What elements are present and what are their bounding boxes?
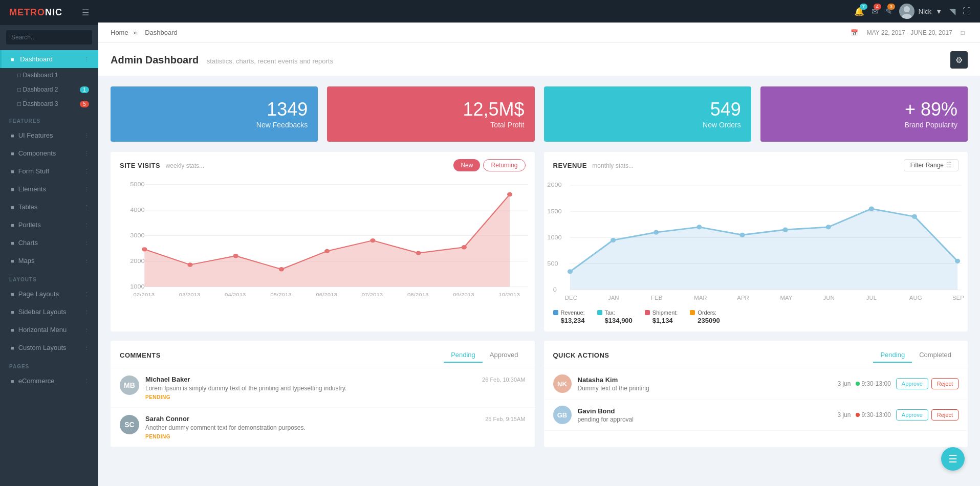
portlets-icon: ■ xyxy=(11,222,14,228)
revenue-subtitle: monthly stats... xyxy=(592,162,634,169)
sub-item-icon: □ xyxy=(17,72,21,79)
action-item-1: GB Gavin Bond pending for approval 3 jun… xyxy=(544,400,968,431)
breadcrumb-home[interactable]: Home xyxy=(111,29,128,36)
settings-button[interactable]: ⚙ xyxy=(950,51,968,69)
svg-point-19 xyxy=(416,251,421,255)
action-content-0: Natasha Kim Dummy text of the printing xyxy=(578,376,832,392)
svg-text:MAR: MAR xyxy=(694,295,707,300)
calendar-toggle-icon[interactable]: □ xyxy=(961,29,965,36)
comment-status-1: PENDING xyxy=(145,434,526,439)
stat-value-orders: 549 xyxy=(554,99,741,120)
filter-range-button[interactable]: Filter Range ☷ xyxy=(904,159,959,171)
fab-icon: ☰ xyxy=(948,453,957,465)
sidebar-item-dashboard1[interactable]: □ Dashboard 1 xyxy=(0,68,98,82)
stat-card-popularity[interactable]: + 89% Brand Popularity xyxy=(760,86,968,142)
sidebar-item-ui-features[interactable]: ■UI Features ⋮ xyxy=(0,126,98,144)
svg-marker-12 xyxy=(144,194,510,287)
svg-point-45 xyxy=(696,225,702,229)
notification-btn-1[interactable]: 🔔 7 xyxy=(854,7,864,16)
comment-status-0: PENDING xyxy=(145,394,526,400)
quick-actions-tabs: Pending Completed xyxy=(873,348,959,363)
comment-item-0: MB Michael Baker 26 Feb, 10:30AM Lorem I… xyxy=(111,368,535,408)
comment-content-1: Sarah Connor 25 Feb, 9:15AM Another dumm… xyxy=(145,415,526,439)
sidebar-item-custom-layouts[interactable]: ■Custom Layouts ⋮ xyxy=(0,339,98,357)
svg-point-42 xyxy=(567,269,572,274)
quick-actions-header: QUICK ACTIONS Pending Completed xyxy=(544,341,968,368)
stat-card-feedbacks[interactable]: 1349 New Feedbacks xyxy=(111,86,318,142)
revenue-title-group: REVENUE monthly stats... xyxy=(553,161,634,170)
svg-text:02/2013: 02/2013 xyxy=(134,292,155,297)
search-input[interactable] xyxy=(6,30,92,45)
svg-text:MAY: MAY xyxy=(780,295,792,300)
fab-button[interactable]: ☰ xyxy=(941,447,965,471)
site-visits-header: SITE VISITS weekly stats... New Returnin… xyxy=(111,152,535,171)
pin-icon14: ⋮ xyxy=(84,378,89,384)
tab-actions-completed[interactable]: Completed xyxy=(912,348,959,363)
comment-avatar-0: MB xyxy=(120,375,139,395)
layout-icon[interactable]: ◥ xyxy=(949,7,955,16)
approve-button-0[interactable]: Approve xyxy=(896,378,928,389)
sidebar-item-elements[interactable]: ■Elements ⋮ xyxy=(0,180,98,198)
sidebar-item-components[interactable]: ■Components ⋮ xyxy=(0,144,98,162)
btn-returning[interactable]: Returning xyxy=(483,159,525,171)
svg-point-14 xyxy=(187,262,192,267)
breadcrumb-current: Dashboard xyxy=(145,29,178,36)
ui-icon: ■ xyxy=(11,132,14,139)
svg-text:1000: 1000 xyxy=(547,234,562,240)
tab-comments-approved[interactable]: Approved xyxy=(483,348,526,363)
comments-card: COMMENTS Pending Approved MB Michael Bak… xyxy=(111,341,535,447)
sidebar-item-form-stuff[interactable]: ■Form Stuff ⋮ xyxy=(0,162,98,180)
hamburger-icon[interactable]: ☰ xyxy=(82,8,89,17)
fullscreen-icon[interactable]: ⛶ xyxy=(963,7,971,16)
svg-point-51 xyxy=(955,259,960,263)
legend-orders: Orders: 235090 xyxy=(690,310,720,324)
dashboard2-badge: 1 xyxy=(80,86,89,93)
revenue-chart: 2000 1500 1000 500 0 xyxy=(544,176,968,304)
sidebar-item-ecommerce[interactable]: ■eCommerce ⋮ xyxy=(0,372,98,390)
comment-text-0: Lorem Ipsum is simply dummy text of the … xyxy=(145,385,526,392)
stat-card-orders[interactable]: 549 New Orders xyxy=(544,86,751,142)
stat-label-profit: Total Profit xyxy=(490,121,524,129)
sidebar-item-dashboard3[interactable]: □ Dashboard 3 5 xyxy=(0,97,98,111)
page-title-wrapper: Admin Dashboard statistics, charts, rece… xyxy=(111,54,333,66)
pin-icon7: ⋮ xyxy=(84,222,89,228)
sidebar-item-page-layouts[interactable]: ■Page Layouts ⋮ xyxy=(0,285,98,303)
notification-btn-3[interactable]: ✎ 3 xyxy=(885,7,892,16)
bottom-row: COMMENTS Pending Approved MB Michael Bak… xyxy=(98,341,980,456)
reject-button-1[interactable]: Reject xyxy=(931,409,959,421)
sidebar-item-portlets[interactable]: ■Portlets ⋮ xyxy=(0,216,98,234)
user-menu[interactable]: Nick ▼ xyxy=(899,4,942,19)
svg-text:APR: APR xyxy=(737,295,749,300)
stat-cards-row: 1349 New Feedbacks 12,5M$ Total Profit 5… xyxy=(98,76,980,152)
comment-name-1: Sarah Connor xyxy=(145,415,189,423)
tab-comments-pending[interactable]: Pending xyxy=(444,348,483,363)
logo-text: METRONIC xyxy=(9,7,62,18)
action-name-1: Gavin Bond xyxy=(578,407,832,415)
sidebar-item-sidebar-layouts[interactable]: ■Sidebar Layouts ⋮ xyxy=(0,303,98,321)
legend-dot-shipment xyxy=(645,310,650,315)
user-chevron-icon: ▼ xyxy=(935,8,942,15)
sidebar-item-charts[interactable]: ■Charts ⋮ xyxy=(0,234,98,252)
sidebar-item-dashboard2[interactable]: □ Dashboard 2 1 xyxy=(0,82,98,97)
sidebar-item-horizontal-menu[interactable]: ■Horizontal Menu ⋮ xyxy=(0,321,98,339)
features-section-label: FEATURES xyxy=(0,111,98,126)
svg-text:FEB: FEB xyxy=(651,295,662,300)
sidebar-item-maps[interactable]: ■Maps ⋮ xyxy=(0,252,98,270)
site-visits-card: SITE VISITS weekly stats... New Returnin… xyxy=(111,152,535,332)
legend-revenue: Revenue: $13,234 xyxy=(553,310,585,324)
svg-text:AUG: AUG xyxy=(909,295,922,300)
notification-btn-2[interactable]: ✉ 4 xyxy=(872,7,878,16)
approve-button-1[interactable]: Approve xyxy=(896,409,928,421)
site-visits-chart-body: 5000 4000 3000 2000 1000 xyxy=(111,171,535,304)
sub-item-icon2: □ xyxy=(17,86,21,93)
svg-text:JAN: JAN xyxy=(607,295,619,300)
svg-point-18 xyxy=(370,238,375,242)
sidebar-item-dashboard[interactable]: ■ Dashboard ⋮ xyxy=(0,50,98,68)
tab-actions-pending[interactable]: Pending xyxy=(873,348,912,363)
btn-new[interactable]: New xyxy=(453,159,480,171)
date-range: 📅 MAY 22, 2017 - JUNE 20, 2017 □ xyxy=(847,29,968,36)
reject-button-0[interactable]: Reject xyxy=(931,378,959,389)
pin-icon2: ⋮ xyxy=(84,132,89,138)
stat-card-profit[interactable]: 12,5M$ Total Profit xyxy=(327,86,534,142)
sidebar-item-tables[interactable]: ■Tables ⋮ xyxy=(0,198,98,216)
